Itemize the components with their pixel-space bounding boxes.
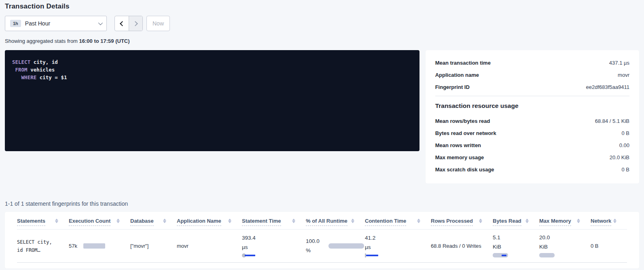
summary-row-fingerprint-id: Fingerprint ID ee2df683f5aa9411 — [435, 81, 629, 93]
contention-time-cell: 41.2 µs — [365, 235, 431, 257]
summary-label: Max memory usage — [435, 154, 484, 160]
summary-row-mean-rows-bytes-read: Mean rows/bytes read 68.84 / 5.1 KiB — [435, 115, 629, 127]
sort-icon[interactable] — [228, 218, 231, 223]
summary-label: Application name — [435, 72, 479, 78]
summary-value: 0.00 — [619, 142, 629, 148]
sql-line-1: SELECT city, id — [12, 58, 412, 66]
sort-icon[interactable] — [577, 218, 580, 223]
statement-time-bar — [242, 253, 306, 257]
summary-value: 437.1 µs — [609, 60, 629, 66]
aggregated-stats-caption: Showing aggregated stats from 16:00 to 1… — [5, 38, 639, 44]
summary-value: 0 B — [621, 167, 629, 173]
chevron-right-icon — [133, 21, 138, 26]
time-range-label: Past Hour — [25, 20, 50, 27]
summary-row-mean-rows-written: Mean rows written 0.00 — [435, 139, 629, 151]
column-header-database[interactable]: Database — [130, 218, 177, 229]
column-header-rows-processed[interactable]: Rows Processed — [431, 218, 493, 229]
column-header-execution-count[interactable]: Execution Count — [69, 218, 130, 229]
summary-row-bytes-read-over-network: Bytes read over network 0 B — [435, 127, 629, 139]
summary-label: Mean rows written — [435, 142, 481, 148]
statement-time-cell: 393.4 µs — [242, 235, 306, 257]
summary-label: Fingerprint ID — [435, 84, 470, 90]
sort-icon[interactable] — [479, 218, 482, 223]
sort-icon[interactable] — [292, 218, 295, 223]
time-range-badge: 1h — [10, 20, 21, 27]
rows-processed-cell: 68.8 Reads / 0 Writes — [431, 243, 493, 249]
summary-value: 0 B — [621, 130, 629, 136]
time-step-buttons — [114, 16, 143, 31]
main-content: SELECT city, id FROM vehicles WHERE city… — [5, 50, 639, 184]
sql-line-3: WHERE city = $1 — [12, 74, 412, 81]
statement-fingerprint-link[interactable]: SELECT city, id FROM… — [17, 238, 69, 254]
sql-line-2: FROM vehicles — [12, 66, 412, 74]
bytes-read-bar — [493, 253, 508, 257]
bytes-read-cell: 5.1 KiB — [493, 234, 539, 257]
statements-table: Statements Execution Count Database Appl… — [5, 212, 639, 268]
summary-value: 20.0 KiB — [610, 154, 629, 160]
summary-label: Mean rows/bytes read — [435, 118, 490, 124]
summary-label: Bytes read over network — [435, 130, 496, 136]
database-cell: ["movr"] — [130, 243, 177, 249]
sort-icon[interactable] — [351, 218, 354, 223]
column-header-network[interactable]: Network — [591, 218, 627, 229]
execution-count-cell: 57k — [69, 243, 130, 249]
statement-row[interactable]: SELECT city, id FROM… 57k ["movr"] movr … — [17, 230, 627, 263]
sort-icon[interactable] — [163, 218, 166, 223]
summary-row-max-scratch-disk-usage: Max scratch disk usage 0 B — [435, 163, 629, 175]
sql-keyword: FROM — [15, 67, 28, 73]
summary-value: 68.84 / 5.1 KiB — [595, 118, 629, 124]
summary-value: movr — [618, 72, 629, 78]
column-header-pct-runtime[interactable]: % of All Runtime — [306, 218, 365, 229]
summary-row-mean-transaction-time: Mean transaction time 437.1 µs — [435, 57, 629, 69]
column-header-max-memory[interactable]: Max Memory — [539, 218, 591, 229]
column-header-application-name[interactable]: Application Name — [177, 218, 242, 229]
statements-count-caption: 1-1 of 1 statement fingerprints for this… — [5, 200, 639, 207]
summary-row-max-memory-usage: Max memory usage 20.0 KiB — [435, 151, 629, 163]
summary-value: ee2df683f5aa9411 — [586, 84, 629, 90]
next-time-button[interactable] — [129, 16, 142, 31]
transaction-details-page: Transaction Details 1h Past Hour Now Sho… — [0, 0, 644, 268]
now-button[interactable]: Now — [146, 16, 170, 31]
application-name-cell: movr — [177, 243, 242, 249]
time-controls: 1h Past Hour Now — [5, 16, 639, 31]
network-cell: 0 B — [591, 243, 627, 249]
time-range-dropdown[interactable]: 1h Past Hour — [5, 16, 107, 31]
execution-count-bar — [83, 243, 105, 249]
max-memory-cell: 20.0 KiB — [539, 234, 591, 257]
pct-runtime-bar — [328, 243, 364, 249]
max-memory-bar — [539, 253, 555, 257]
sort-icon[interactable] — [525, 218, 529, 223]
summary-divider — [435, 96, 629, 96]
pct-runtime-cell: 100.0 % — [306, 238, 365, 254]
resource-usage-title: Transaction resource usage — [435, 102, 629, 110]
summary-label: Mean transaction time — [435, 60, 491, 66]
summary-row-application-name: Application name movr — [435, 69, 629, 81]
sort-icon[interactable] — [417, 218, 420, 223]
table-header-row: Statements Execution Count Database Appl… — [17, 212, 627, 230]
column-header-bytes-read[interactable]: Bytes Read — [493, 218, 539, 229]
chevron-down-icon — [98, 21, 103, 25]
contention-time-bar — [365, 253, 431, 257]
sql-statement-box: SELECT city, id FROM vehicles WHERE city… — [5, 50, 419, 151]
summary-label: Max scratch disk usage — [435, 167, 494, 173]
sort-icon[interactable] — [117, 218, 120, 223]
caption-range: 16:00 to 17:59 (UTC) — [79, 38, 130, 44]
sql-keyword: SELECT — [12, 59, 30, 65]
column-header-statement-time[interactable]: Statement Time — [242, 218, 306, 229]
sort-icon[interactable] — [613, 218, 616, 223]
sort-icon[interactable] — [55, 218, 58, 223]
column-header-contention-time[interactable]: Contention Time — [365, 218, 431, 229]
chevron-left-icon — [120, 21, 125, 26]
column-header-statements[interactable]: Statements — [17, 218, 69, 229]
transaction-summary-card: Mean transaction time 437.1 µs Applicati… — [426, 50, 639, 184]
page-title: Transaction Details — [5, 0, 639, 11]
previous-time-button[interactable] — [115, 16, 129, 31]
caption-prefix: Showing aggregated stats from — [5, 38, 79, 44]
sql-keyword: WHERE — [21, 74, 37, 80]
